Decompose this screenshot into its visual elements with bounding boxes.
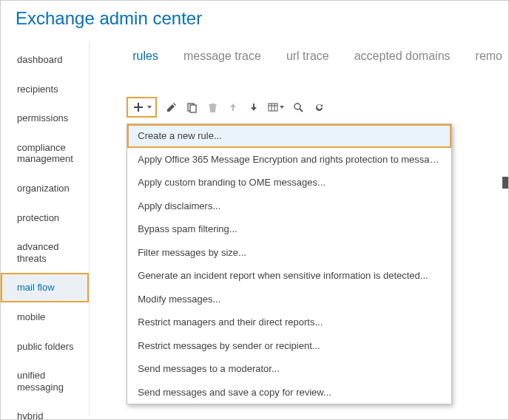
sidebar-item-hybrid[interactable]: hybrid — [1, 402, 89, 420]
copy-button[interactable] — [185, 101, 198, 114]
dropdown-item-modify-messages[interactable]: Modify messages... — [127, 288, 451, 311]
tab-rules[interactable]: rules — [127, 47, 164, 66]
svg-point-6 — [294, 104, 300, 109]
search-button[interactable] — [291, 101, 305, 114]
sidebar-item-permissions[interactable]: permissions — [1, 104, 89, 133]
dropdown-item-apply-encryption[interactable]: Apply Office 365 Message Encryption and … — [127, 148, 451, 172]
sidebar-item-protection[interactable]: protection — [1, 203, 89, 233]
sidebar-item-compliance[interactable]: compliance management — [1, 133, 89, 174]
svg-line-7 — [300, 109, 303, 112]
tabs: rules message trace url trace accepted d… — [127, 47, 508, 66]
sidebar: dashboard recipients permissions complia… — [1, 42, 90, 416]
dropdown-item-disclaimers[interactable]: Apply disclaimers... — [127, 194, 451, 218]
dropdown-item-create-new-rule[interactable]: Create a new rule... — [127, 124, 451, 148]
add-button[interactable] — [127, 97, 157, 118]
dropdown-item-incident-report[interactable]: Generate an incident report when sensiti… — [127, 264, 451, 288]
sidebar-item-mail-flow[interactable]: mail flow — [1, 273, 89, 302]
sidebar-item-advanced-threats[interactable]: advanced threats — [1, 232, 89, 273]
sidebar-item-recipients[interactable]: recipients — [1, 75, 89, 104]
plus-icon — [132, 101, 145, 114]
refresh-button[interactable] — [312, 101, 326, 114]
chevron-down-icon — [280, 106, 284, 109]
tab-remote[interactable]: remo — [470, 47, 508, 66]
sidebar-item-mobile[interactable]: mobile — [1, 302, 89, 332]
chevron-down-icon — [147, 106, 152, 109]
delete-button[interactable] — [206, 101, 219, 114]
toolbar — [127, 97, 508, 118]
sidebar-item-public-folders[interactable]: public folders — [1, 332, 89, 362]
dropdown-item-moderator[interactable]: Send messages to a moderator... — [127, 357, 451, 381]
main: rules message trace url trace accepted d… — [90, 42, 508, 416]
columns-button[interactable] — [268, 101, 284, 114]
sidebar-item-dashboard[interactable]: dashboard — [1, 45, 89, 75]
scrollbar-hint — [502, 177, 508, 189]
dropdown-item-save-copy[interactable]: Send messages and save a copy for review… — [127, 381, 451, 404]
add-rule-dropdown: Create a new rule... Apply Office 365 Me… — [127, 123, 452, 404]
svg-rect-1 — [190, 105, 196, 112]
dropdown-item-custom-branding[interactable]: Apply custom branding to OME messages... — [127, 171, 451, 194]
move-up-button[interactable] — [226, 101, 240, 114]
tab-accepted-domains[interactable]: accepted domains — [348, 47, 456, 66]
dropdown-item-restrict-managers[interactable]: Restrict managers and their direct repor… — [127, 311, 451, 334]
tab-message-trace[interactable]: message trace — [178, 47, 267, 66]
page-title: Exchange admin center — [1, 1, 508, 42]
tab-url-trace[interactable]: url trace — [280, 47, 335, 66]
sidebar-item-organization[interactable]: organization — [1, 174, 89, 203]
edit-button[interactable] — [164, 101, 178, 114]
layout: dashboard recipients permissions complia… — [1, 42, 508, 416]
dropdown-item-filter-size[interactable]: Filter messages by size... — [127, 241, 451, 265]
dropdown-item-restrict-sender[interactable]: Restrict messages by sender or recipient… — [127, 334, 451, 358]
sidebar-item-unified-messaging[interactable]: unified messaging — [1, 361, 89, 402]
svg-rect-2 — [269, 104, 277, 111]
dropdown-item-bypass-spam[interactable]: Bypass spam filtering... — [127, 217, 451, 241]
move-down-button[interactable] — [247, 101, 260, 114]
